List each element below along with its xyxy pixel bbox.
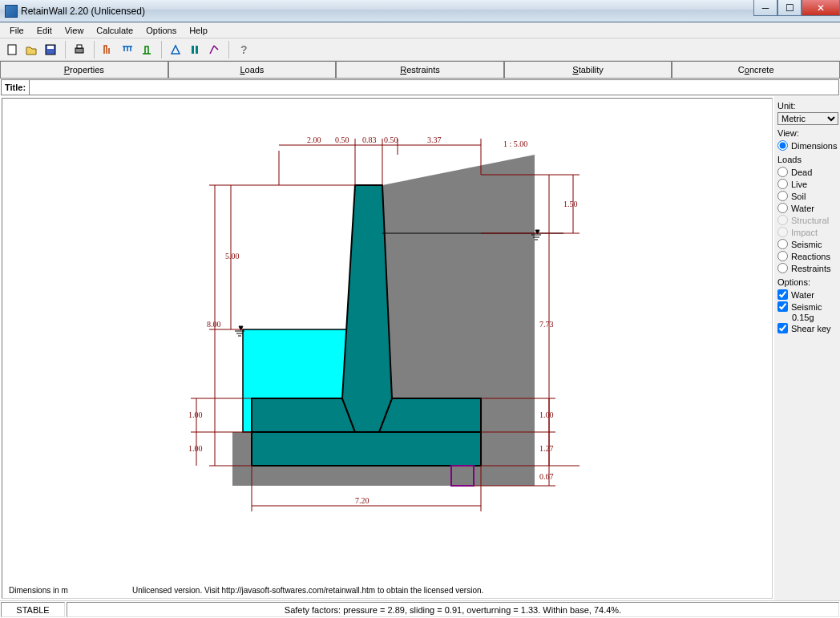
load-impact-radio: Impact (777, 226, 838, 238)
svg-rect-2 (47, 46, 54, 49)
svg-marker-10 (379, 398, 481, 432)
toe-soil (232, 432, 252, 486)
unit-select[interactable]: Metric (777, 112, 838, 125)
tab-restraints[interactable]: Restraints (336, 61, 504, 78)
load-live-radio[interactable]: Live (777, 178, 838, 190)
svg-rect-3 (75, 48, 83, 53)
drawing-canvas[interactable]: 2.00 0.50 0.83 0.50 3.37 1 : 5.00 5.00 8… (2, 98, 773, 599)
side-panel: Unit: Metric View: Dimensions Loads Dead… (774, 96, 840, 600)
maximize-button[interactable]: ☐ (777, 0, 802, 16)
toolbar-separator (224, 41, 229, 59)
dim-base-width: 7.20 (355, 496, 370, 505)
dim-toe-depth: 1.00 (188, 410, 203, 419)
dim-base-plus: 1.27 (539, 444, 554, 453)
svg-marker-11 (342, 185, 392, 432)
option-shearkey-check[interactable]: Shear key (777, 322, 838, 334)
toolbar-separator (157, 41, 162, 59)
view-dimensions-radio[interactable]: Dimensions (777, 139, 838, 151)
calc-loads-icon[interactable] (119, 41, 136, 59)
load-restraints-radio[interactable]: Restraints (777, 262, 838, 274)
dim-toe-width: 2.00 (307, 135, 321, 144)
view-diagram-icon[interactable] (205, 41, 223, 59)
canvas-footer: Dimensions in m Unlicensed version. Visi… (9, 586, 765, 595)
dim-soil-height: 7.73 (539, 320, 554, 329)
menu-bar: File Edit View Calculate Options Help (0, 22, 840, 38)
loads-label: Loads (777, 155, 838, 164)
load-seismic-radio[interactable]: Seismic (777, 238, 838, 250)
svg-rect-5 (192, 46, 194, 54)
load-water-radio[interactable]: Water (777, 202, 838, 214)
menu-calculate[interactable]: Calculate (90, 24, 139, 37)
main-area: 2.00 0.50 0.83 0.50 3.37 1 : 5.00 5.00 8… (0, 96, 840, 600)
unit-label: Unit: (777, 101, 838, 111)
menu-view[interactable]: View (59, 24, 91, 37)
status-bar: STABLE Safety factors: pressure = 2.89, … (0, 600, 840, 618)
svg-marker-9 (252, 398, 355, 432)
dim-wall-height: 5.00 (225, 252, 240, 261)
toolbar-separator (90, 41, 95, 59)
svg-rect-6 (196, 46, 198, 54)
window-title: RetainWall 2.20 (Unlicensed) (21, 6, 145, 17)
load-dead-radio[interactable]: Dead (777, 166, 838, 178)
help-icon[interactable]: ? (234, 41, 252, 59)
menu-options[interactable]: Options (139, 24, 183, 37)
dim-total-height: 8.00 (207, 320, 221, 329)
status-stable: STABLE (1, 602, 65, 617)
svg-marker-8 (252, 432, 481, 466)
close-button[interactable]: ✕ (802, 0, 840, 16)
print-icon[interactable] (71, 41, 88, 59)
tab-bar: Properties Loads Restraints Stability Co… (0, 61, 840, 79)
calc-restraints-icon[interactable] (138, 41, 155, 59)
tab-stability[interactable]: Stability (504, 61, 672, 78)
svg-rect-4 (77, 45, 82, 48)
option-water-check[interactable]: Water (777, 289, 838, 301)
menu-file[interactable]: File (3, 24, 30, 37)
view-section-icon[interactable] (186, 41, 204, 59)
view-stability-icon[interactable] (167, 41, 184, 59)
dim-heel-step: 1.00 (539, 410, 554, 419)
load-reactions-radio[interactable]: Reactions (777, 250, 838, 262)
wall-diagram: 2.00 0.50 0.83 0.50 3.37 1 : 5.00 5.00 8… (2, 99, 772, 592)
dimensions-unit-note: Dimensions in m (9, 586, 68, 595)
license-note: Unlicensed version. Visit http://javasof… (132, 586, 483, 595)
title-label: Title: (2, 83, 29, 92)
dim-stem-top-right: 0.50 (384, 135, 398, 144)
svg-text:?: ? (240, 43, 248, 56)
menu-edit[interactable]: Edit (30, 24, 59, 37)
new-icon[interactable] (3, 41, 21, 59)
dim-soil-above-water: 1.50 (563, 200, 578, 208)
menu-help[interactable]: Help (183, 24, 214, 37)
save-icon[interactable] (42, 41, 59, 59)
dim-key-depth: 0.67 (539, 472, 554, 481)
title-bar: RetainWall 2.20 (Unlicensed) ─ ☐ ✕ (0, 0, 840, 22)
dim-base-to-key: 1.00 (188, 444, 203, 453)
open-icon[interactable] (22, 41, 40, 59)
dim-heel-width: 3.37 (427, 135, 442, 144)
dim-stem-bot: 0.83 (362, 135, 377, 144)
title-row: Title: (1, 79, 839, 95)
view-label: View: (777, 128, 838, 138)
load-structural-radio: Structural (777, 214, 838, 226)
app-icon (5, 5, 18, 18)
load-soil-radio[interactable]: Soil (777, 190, 838, 202)
title-input[interactable] (29, 80, 838, 95)
dim-stem-top-left: 0.50 (335, 135, 349, 144)
window-buttons: ─ ☐ ✕ (753, 0, 840, 16)
minimize-button[interactable]: ─ (753, 0, 777, 16)
tab-properties[interactable]: Properties (0, 61, 168, 78)
tab-loads[interactable]: Loads (168, 61, 337, 78)
options-label: Options: (777, 277, 838, 287)
option-seismic-value: 0.15g (777, 313, 838, 322)
toolbar-separator (61, 41, 66, 59)
status-factors: Safety factors: pressure = 2.89, sliding… (67, 602, 839, 617)
tab-concrete[interactable]: Concrete (672, 61, 840, 78)
option-seismic-check[interactable]: Seismic (777, 301, 838, 313)
calc-properties-icon[interactable] (99, 41, 117, 59)
dim-surcharge-slope: 1 : 5.00 (503, 139, 527, 148)
soil-under-base (251, 465, 535, 486)
svg-rect-0 (8, 45, 16, 55)
toolbar: ? (0, 38, 840, 61)
